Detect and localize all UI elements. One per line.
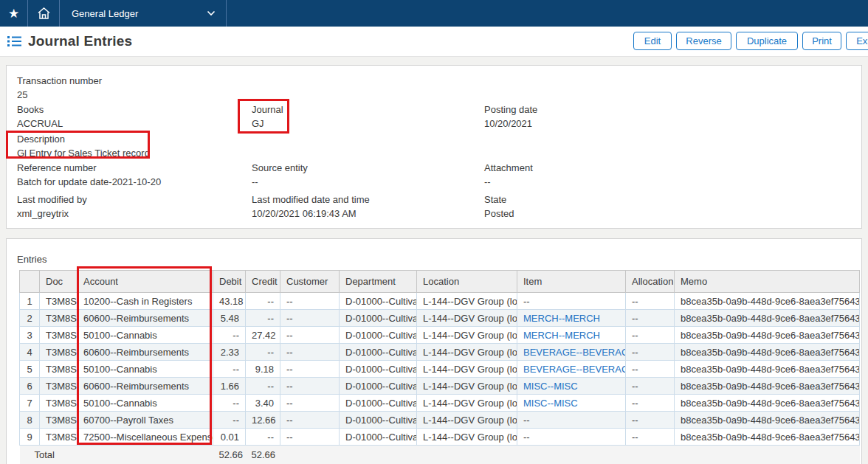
cell-customer: -- [280,395,340,412]
page-title: Journal Entries [28,33,132,49]
cell-doc: T3M8SN [40,293,78,310]
cell-customer: -- [280,378,340,395]
cell-doc: T3M8SN [40,412,78,429]
column-header-department: Department [340,271,417,293]
cell-account: 60600--Reimbursements [78,344,213,361]
list-menu-icon[interactable] [7,35,21,47]
field-value: GJ [252,118,283,129]
cell-account: 50100--Cannabis [78,395,213,412]
cell-debit: -- [213,361,246,378]
item-link[interactable]: MISC--MISC [523,381,578,392]
cell-allocation: -- [626,293,675,310]
edit-button[interactable]: Edit [633,32,672,50]
field-label: Books [17,104,63,115]
cell-credit: 27.42 [246,327,280,344]
print-button[interactable]: Print [802,32,841,50]
cell-item: BEVERAGE--BEVERAGE [517,344,626,361]
cell-account: 50100--Cannabis [78,327,213,344]
cell-doc: T3M8SN [40,395,78,412]
item-link[interactable]: BEVERAGE--BEVERAGE [523,364,626,375]
cell-num: 4 [20,344,40,361]
field-value: 25 [17,89,102,100]
field-label: Transaction number [17,75,102,86]
favorites-button[interactable]: ★ [0,0,27,27]
cell-credit: 3.40 [246,395,280,412]
cell-account: 60600--Reimbursements [78,378,213,395]
module-selector[interactable]: General Ledger [60,0,226,27]
cell-allocation: -- [626,378,675,395]
cell-item: -- [517,429,626,446]
cell-allocation: -- [626,361,675,378]
item-link[interactable]: MERCH--MERCH [523,313,600,324]
cell-account: 10200--Cash in Registers [78,293,213,310]
field-transaction-number: Transaction number 25 [17,75,102,100]
cell-debit: -- [213,327,246,344]
cell-location: L-144--DGV Group (loc) [417,327,517,344]
cell-item: MERCH--MERCH [517,310,626,327]
cell-memo: b8cea35b-0a9b-448d-9ce6-8aea3ef75643 [675,293,860,310]
cell-location: L-144--DGV Group (loc) [417,395,517,412]
cell-num: 1 [20,293,40,310]
column-header-num [20,271,40,293]
column-header-memo: Memo [675,271,860,293]
cell-memo: b8cea35b-0a9b-448d-9ce6-8aea3ef75643 [675,327,860,344]
total-credit: 52.66 [246,446,280,464]
cell-credit: -- [246,378,280,395]
cell-account: 60600--Reimbursements [78,310,213,327]
field-state: State Posted [484,194,514,219]
field-value: Posted [484,208,514,219]
cell-memo: b8cea35b-0a9b-448d-9ce6-8aea3ef75643 [675,395,860,412]
cell-allocation: -- [626,310,675,327]
field-source-entity: Source entity -- [252,162,308,187]
cell-item: -- [517,412,626,429]
cell-location: L-144--DGV Group (loc) [417,293,517,310]
field-reference-number: Reference number Batch for update date-2… [17,162,161,187]
home-button[interactable] [28,0,59,27]
cell-num: 5 [20,361,40,378]
cell-allocation: -- [626,344,675,361]
cell-location: L-144--DGV Group (loc) [417,378,517,395]
item-link[interactable]: MISC--MISC [523,398,578,409]
entries-section-title: Entries [17,254,46,265]
cell-account: 60700--Payroll Taxes [78,412,213,429]
field-label: Last modified date and time [252,194,370,205]
cell-credit: 12.66 [246,412,280,429]
entries-header-row: DocAccountDebitCreditCustomerDepartmentL… [20,271,860,293]
total-debit: 52.66 [213,446,246,464]
field-label: Description [17,134,150,145]
cell-doc: T3M8SN [40,429,78,446]
cell-memo: b8cea35b-0a9b-448d-9ce6-8aea3ef75643 [675,378,860,395]
column-header-account: Account [78,271,213,293]
cell-num: 8 [20,412,40,429]
cell-customer: -- [280,310,340,327]
cell-allocation: -- [626,429,675,446]
item-link[interactable]: BEVERAGE--BEVERAGE [523,347,626,358]
field-value: -- [484,176,533,187]
table-row: 5T3M8SN50100--Cannabis--9.18--D-01000--C… [20,361,860,378]
column-header-allocation: Allocation [626,271,675,293]
item-link[interactable]: MERCH--MERCH [523,330,600,341]
field-label: State [484,194,514,205]
cell-memo: b8cea35b-0a9b-448d-9ce6-8aea3ef75643 [675,429,860,446]
cell-allocation: -- [626,395,675,412]
field-label: Posting date [484,104,537,115]
table-row: 9T3M8SN72500--Miscellaneous Expense0.01-… [20,429,860,446]
export-button[interactable]: Export [846,32,868,50]
transaction-details-panel: Transaction number 25 Books ACCRUAL Jour… [6,65,862,229]
column-header-credit: Credit [246,271,280,293]
module-label: General Ledger [72,8,138,19]
cell-item: MISC--MISC [517,378,626,395]
column-header-debit: Debit [213,271,246,293]
reverse-button[interactable]: Reverse [676,32,731,50]
cell-customer: -- [280,293,340,310]
cell-department: D-01000--Cultivation [340,293,417,310]
table-row: 4T3M8SN60600--Reimbursements2.33----D-01… [20,344,860,361]
cell-department: D-01000--Cultivation [340,327,417,344]
cell-num: 2 [20,310,40,327]
cell-allocation: -- [626,412,675,429]
duplicate-button[interactable]: Duplicate [736,32,798,50]
cell-num: 7 [20,395,40,412]
toolbar: EditReverseDuplicatePrintExport [633,32,868,50]
field-value: Gl Entry for Sales Ticket record [17,148,150,159]
total-row: Total 52.66 52.66 [20,446,860,464]
